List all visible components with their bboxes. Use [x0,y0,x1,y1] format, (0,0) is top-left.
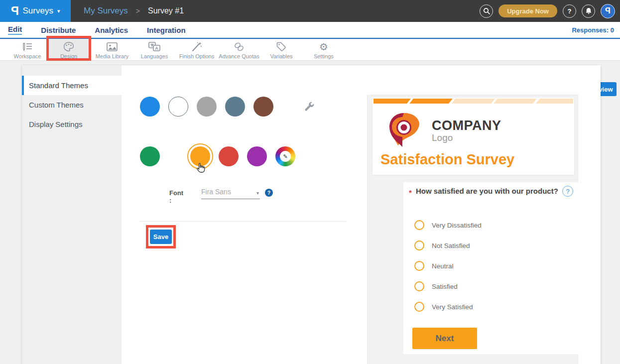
notifications-button[interactable] [582,4,595,18]
font-select-value: Fira Sans [201,188,231,196]
search-button[interactable] [480,4,493,18]
radio-icon[interactable] [414,220,424,230]
survey-preview-header: COMPANY Logo Satisfaction Survey [372,98,574,175]
upgrade-now-button[interactable]: Upgrade Now [498,4,557,17]
tab-integration[interactable]: Integration [147,26,186,34]
question-text: How satisfied are you with our product? [416,187,560,195]
avatar-logo-icon: P [605,6,611,15]
font-label: Font : [169,189,183,204]
custom-color-wheel[interactable]: ✎ [275,146,295,166]
company-subtitle: Logo [432,132,501,143]
top-bar: P Surveys ▾ My Surveys > Survey #1 Upgra… [0,0,620,22]
chevron-down-icon: ▾ [256,190,259,196]
theme-accent-strip [373,99,573,104]
question-help-button[interactable]: ? [562,186,573,197]
company-name: COMPANY [432,119,501,132]
account-avatar[interactable]: P [601,4,615,18]
survey-preview-panel: COMPANY Logo Satisfaction Survey * How s… [367,95,578,364]
tag-icon [276,42,287,52]
option-satisfied[interactable]: Satisfied [414,281,579,291]
svg-text:A: A [155,46,158,51]
tab-analytics[interactable]: Analytics [95,26,128,34]
workspace-icon [21,42,33,52]
responses-count[interactable]: Responses: 0 [572,22,614,38]
question-card: * How satisfied are you with our product… [403,182,587,354]
edit-toolbar: Workspace Design Media Library A Languag… [0,40,620,61]
topbar-actions: Upgrade Now ? P [480,0,615,22]
theme-swatch-gray[interactable] [197,97,217,117]
bell-icon [585,7,592,15]
location-pin-logo-icon [384,111,426,151]
wrench-icon[interactable] [303,101,316,114]
theme-swatch-blue[interactable] [140,97,160,117]
breadcrumb: My Surveys > Survey #1 [84,0,184,22]
questionpro-design-page: P Surveys ▾ My Surveys > Survey #1 Upgra… [0,0,620,364]
product-label: Surveys [23,6,53,16]
eyedropper-pencil-icon: ✎ [283,153,287,160]
questionpro-logo-icon: P [11,4,19,18]
toolbar-tab-languages[interactable]: A Languages [132,40,177,61]
toolbar-tab-media-library[interactable]: Media Library [90,40,134,61]
design-panel: Standard Themes Custom Themes Display Se… [22,65,601,364]
option-not-satisfied[interactable]: Not Satisfied [414,241,579,250]
theme-swatch-brown[interactable] [253,97,273,117]
breadcrumb-my-surveys[interactable]: My Surveys [84,6,128,16]
magic-wand-icon [191,42,202,52]
chain-links-icon [234,42,245,52]
theme-swatch-red[interactable] [219,146,239,166]
theme-swatch-white[interactable] [168,97,188,117]
product-switcher[interactable]: P Surveys ▾ [0,0,71,22]
theme-swatch-orange-selected[interactable] [190,146,210,166]
font-select[interactable]: Fira Sans ▾ [201,187,260,199]
toolbar-tab-workspace[interactable]: Workspace [5,40,50,61]
tab-edit[interactable]: Edit [8,25,22,35]
gear-icon: ⚙ [319,42,328,52]
toolbar-tab-design[interactable]: Design [46,40,91,61]
radio-icon[interactable] [414,281,424,291]
toolbar-tab-finish-options[interactable]: Finish Options [174,40,219,61]
sidebar-item-standard-themes[interactable]: Standard Themes [22,76,122,95]
save-button[interactable]: Save [150,230,172,244]
help-button[interactable]: ? [563,4,576,18]
palette-icon [63,42,74,52]
toolbar-tab-settings[interactable]: ⚙ Settings [301,40,346,61]
themes-sidebar: Standard Themes Custom Themes Display Se… [22,65,122,364]
option-very-satisfied[interactable]: Very Satisfied [414,302,579,312]
radio-icon[interactable] [414,241,424,250]
question-mark-icon: ? [566,188,569,195]
survey-sub-nav: Edit Distribute Analytics Integration Re… [0,22,620,39]
section-divider [139,221,346,222]
question-mark-icon: ? [267,190,270,196]
theme-swatch-slate[interactable] [225,97,245,117]
question-mark-icon: ? [568,7,572,15]
breadcrumb-separator: > [136,7,140,15]
next-button[interactable]: Next [412,328,477,349]
company-logo: COMPANY Logo [384,111,501,151]
toolbar-tab-variables[interactable]: Variables [259,40,304,61]
theme-swatch-green[interactable] [140,146,160,166]
option-very-dissatisfied[interactable]: Very Dissatisfied [414,220,579,230]
chevron-down-icon: ▾ [57,8,60,14]
translate-icon: A [148,42,160,52]
radio-icon[interactable] [414,261,424,271]
breadcrumb-current-survey: Survey #1 [148,6,184,15]
tab-distribute[interactable]: Distribute [41,26,76,34]
font-help-button[interactable]: ? [265,189,273,197]
survey-title: Satisfaction Survey [380,151,514,168]
sidebar-item-custom-themes[interactable]: Custom Themes [22,95,122,115]
toolbar-tab-advance-quotas[interactable]: Advance Quotas [217,40,261,61]
radio-icon[interactable] [414,302,424,312]
image-icon [107,42,118,52]
required-asterisk: * [409,188,412,197]
search-icon [483,7,490,14]
option-neutral[interactable]: Neutral [414,261,579,271]
theme-swatch-purple[interactable] [247,146,267,166]
sidebar-item-display-settings[interactable]: Display Settings [22,115,122,134]
